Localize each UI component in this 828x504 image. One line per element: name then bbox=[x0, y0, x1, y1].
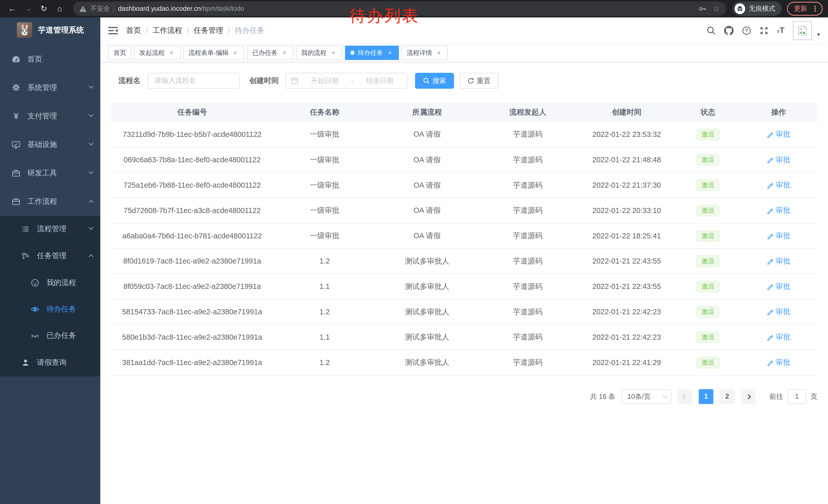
sidebar-fold-icon[interactable] bbox=[108, 27, 118, 35]
col-task-id: 任务编号 bbox=[111, 103, 274, 122]
close-icon[interactable]: × bbox=[386, 49, 394, 56]
status-badge: 激活 bbox=[696, 306, 719, 318]
approve-link[interactable]: 审批 bbox=[767, 307, 791, 317]
close-icon[interactable]: × bbox=[330, 49, 337, 56]
approve-link[interactable]: 审批 bbox=[767, 155, 791, 165]
next-page-button[interactable] bbox=[741, 389, 756, 404]
table-row: 73211d9d-7b9b-11ec-b5b7-acde48001122 一级审… bbox=[111, 122, 818, 147]
close-icon[interactable]: × bbox=[168, 49, 175, 56]
approve-link[interactable]: 审批 bbox=[767, 205, 791, 216]
update-button[interactable]: 更新 bbox=[794, 4, 807, 13]
sidebar-item-label: 研发工具 bbox=[28, 168, 57, 178]
sidebar-item-leave-query[interactable]: 请假查询 bbox=[0, 349, 100, 376]
date-range-picker[interactable]: 开始日期 - 结束日期 bbox=[285, 73, 408, 89]
main-area: 首页 / 工作流程 / 任务管理 / 待办任务 ? bbox=[100, 17, 828, 504]
bookmark-star-icon[interactable]: ☆ bbox=[713, 5, 720, 13]
tab-todo-tasks[interactable]: 待办任务 × bbox=[345, 46, 399, 60]
page-size-select[interactable]: 10条/页 bbox=[622, 389, 671, 404]
browser-home-button[interactable]: ⌂ bbox=[53, 2, 67, 16]
process-name-input[interactable] bbox=[148, 73, 240, 89]
search-icon[interactable] bbox=[707, 26, 716, 35]
gear-icon bbox=[11, 83, 21, 92]
approve-link[interactable]: 审批 bbox=[767, 180, 791, 190]
breadcrumb-workflow[interactable]: 工作流程 bbox=[153, 26, 182, 36]
starter-cell: 芋道源码 bbox=[479, 198, 577, 223]
created-cell: 2022-01-21 22:42:23 bbox=[577, 299, 676, 325]
github-icon[interactable] bbox=[724, 26, 734, 35]
task-name-cell: 1.1 bbox=[274, 325, 376, 350]
page-1-button[interactable]: 1 bbox=[699, 389, 714, 404]
browser-menu-icon[interactable]: ⋮ bbox=[811, 5, 819, 12]
tab-done-tasks[interactable]: 已办任务 × bbox=[247, 46, 293, 60]
approve-label: 审批 bbox=[776, 231, 791, 241]
chevron-down-icon bbox=[88, 84, 94, 89]
close-icon[interactable]: × bbox=[232, 49, 239, 56]
chevron-up-icon bbox=[88, 200, 94, 205]
status-badge: 激活 bbox=[696, 179, 719, 191]
task-name-cell: 1.2 bbox=[274, 249, 376, 274]
task-name-cell: 一级审批 bbox=[274, 223, 376, 249]
browser-back-button[interactable]: ← bbox=[5, 2, 19, 16]
sidebar-item-todo-tasks[interactable]: 待办任务 bbox=[0, 296, 100, 322]
sidebar-item-process-mgmt[interactable]: 流程管理 bbox=[0, 216, 100, 242]
sidebar-item-my-process[interactable]: 我的流程 bbox=[0, 270, 100, 296]
chevron-down-icon bbox=[88, 140, 94, 146]
approve-label: 审批 bbox=[776, 180, 791, 190]
sidebar-item-task-mgmt[interactable]: 任务管理 bbox=[0, 242, 100, 270]
app-logo: 🐰 bbox=[17, 22, 32, 38]
sidebar-item-label: 已办任务 bbox=[46, 330, 76, 341]
reset-button[interactable]: 重置 bbox=[459, 73, 498, 89]
page-2-button[interactable]: 2 bbox=[720, 389, 735, 404]
tab-process-detail[interactable]: 流程详情 × bbox=[402, 46, 448, 60]
prev-page-button[interactable] bbox=[677, 389, 692, 404]
end-date-placeholder: 结束日期 bbox=[358, 76, 402, 85]
dashboard-gauge-icon bbox=[11, 55, 21, 63]
sidebar-item-home[interactable]: 首页 bbox=[0, 45, 100, 73]
approve-link[interactable]: 审批 bbox=[767, 129, 791, 139]
process-cell: 测试多审批人 bbox=[376, 249, 478, 274]
tab-my-process[interactable]: 我的流程 × bbox=[296, 46, 342, 60]
sidebar-item-devtools[interactable]: 研发工具 bbox=[0, 159, 100, 187]
approve-link[interactable]: 审批 bbox=[767, 231, 791, 241]
close-icon[interactable]: × bbox=[435, 49, 443, 56]
breadcrumb-task-mgmt[interactable]: 任务管理 bbox=[194, 26, 223, 36]
breadcrumb-separator: / bbox=[146, 27, 148, 35]
sidebar-item-label: 我的流程 bbox=[46, 278, 76, 288]
search-button[interactable]: 搜索 bbox=[415, 73, 454, 89]
page-size-value: 10条/页 bbox=[627, 392, 651, 401]
sidebar-item-infra[interactable]: 基础设施 bbox=[0, 130, 100, 159]
pencil-icon bbox=[767, 232, 774, 239]
workflow-submenu: 流程管理 任务管理 我的流程 bbox=[0, 216, 100, 376]
address-bar[interactable]: 不安全 dashboard.yudao.iocoder.cn/bpm/task/… bbox=[73, 2, 726, 16]
approve-link[interactable]: 审批 bbox=[767, 357, 791, 368]
avatar[interactable] bbox=[793, 21, 812, 40]
browser-reload-button[interactable]: ↻ bbox=[37, 2, 51, 16]
font-size-icon[interactable]: тT bbox=[777, 26, 784, 35]
browser-forward-button[interactable]: → bbox=[21, 2, 35, 16]
sidebar-item-label: 支付管理 bbox=[28, 111, 57, 121]
status-badge: 激活 bbox=[696, 205, 719, 216]
sidebar-item-done-tasks[interactable]: 已办任务 bbox=[0, 322, 100, 349]
svg-text:?: ? bbox=[745, 28, 748, 33]
sidebar-item-system[interactable]: 系统管理 bbox=[0, 73, 100, 102]
avatar-dropdown-caret[interactable]: ▾ bbox=[817, 31, 820, 38]
task-id-cell: 069c6a63-7b8a-11ec-8ef0-acde48001122 bbox=[111, 147, 274, 173]
pencil-icon bbox=[767, 258, 774, 265]
password-key-icon[interactable] bbox=[699, 5, 706, 13]
help-icon[interactable]: ? bbox=[742, 26, 751, 35]
tab-home[interactable]: 首页 bbox=[108, 46, 131, 60]
approve-link[interactable]: 审批 bbox=[767, 281, 791, 292]
sidebar-item-workflow[interactable]: 工作流程 bbox=[0, 187, 100, 216]
tab-start-process[interactable]: 发起流程 × bbox=[134, 46, 180, 60]
tab-form-edit[interactable]: 流程表单-编辑 × bbox=[183, 46, 244, 60]
approve-link[interactable]: 审批 bbox=[767, 256, 791, 266]
goto-page-input[interactable] bbox=[787, 389, 806, 404]
fullscreen-icon[interactable] bbox=[759, 26, 769, 35]
breadcrumb-home[interactable]: 首页 bbox=[126, 26, 141, 36]
approve-link[interactable]: 审批 bbox=[767, 332, 791, 342]
search-icon bbox=[423, 78, 430, 84]
face-icon bbox=[30, 278, 40, 287]
sidebar-item-payment[interactable]: ¥ 支付管理 bbox=[0, 102, 100, 130]
close-icon[interactable]: × bbox=[281, 49, 288, 56]
navbar-actions: ? тT ▾ bbox=[707, 21, 820, 40]
